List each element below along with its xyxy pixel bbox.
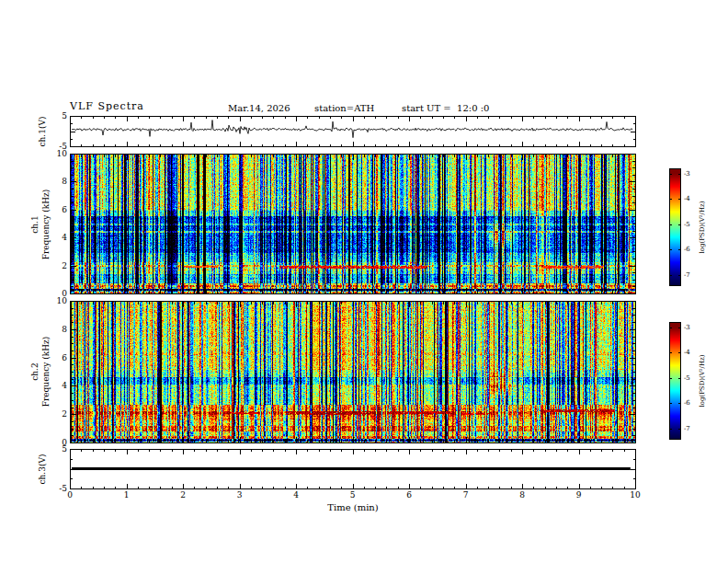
- ch3-voltage-tick-label: -5: [51, 485, 67, 493]
- ch2-frequency-tick-label: 10: [51, 297, 67, 305]
- ch1-voltage-axis-label: ch.1(V): [38, 117, 47, 147]
- ch1-waveform-panel: [70, 116, 636, 147]
- ch2-frequency-tick-label: 2: [51, 410, 67, 419]
- x-tick-label: 6: [400, 491, 418, 500]
- ch2-frequency-tick-label: 4: [51, 382, 67, 390]
- ch1-frequency-tick-label: 4: [51, 234, 67, 242]
- ch1-spectrogram-panel: [70, 154, 636, 294]
- ch3-voltage-tick-label: 5: [51, 445, 67, 454]
- plot-date: Mar.14, 2026: [228, 103, 290, 113]
- colorbar-tick-label: -6: [684, 246, 690, 253]
- ch1-frequency-tick-label: 2: [51, 262, 67, 270]
- colorbar-tick-label: -3: [684, 170, 690, 178]
- ch1-frequency-tick-label: 6: [51, 206, 67, 214]
- ch2-frequency-tick-label: 6: [51, 354, 67, 362]
- colorbar-tick-label: -6: [684, 399, 690, 407]
- station-label: station=ATH: [314, 103, 374, 113]
- colorbar-tick-label: -4: [684, 195, 690, 202]
- x-tick-label: 7: [457, 491, 475, 500]
- x-tick-label: 2: [174, 491, 192, 500]
- ch2-colorbar: [669, 322, 681, 440]
- ch2-spectrogram-panel: [70, 301, 636, 443]
- colorbar-tick-label: -5: [684, 374, 690, 382]
- start-ut-label: start UT = 12:0 :0: [402, 103, 489, 113]
- ch3-voltage-axis-label: ch.3(V): [38, 454, 47, 485]
- ch3-waveform-panel: [70, 449, 636, 489]
- ch1-frequency-axis-label: Frequency (kHz): [41, 190, 51, 260]
- ch2-axis-label: ch.2: [30, 362, 40, 380]
- ch2-colorbar-label: log(PSD)(V²/Hz): [699, 355, 706, 408]
- time-axis-label: Time (min): [327, 502, 378, 512]
- ch2-frequency-tick-label: 8: [51, 326, 67, 334]
- x-tick-label: 10: [626, 491, 644, 500]
- plot-title: VLF Spectra: [70, 100, 144, 112]
- ch1-frequency-tick-label: 10: [51, 150, 67, 158]
- colorbar-tick-label: -3: [684, 324, 690, 331]
- ch1-axis-label: ch.1: [30, 215, 40, 233]
- x-tick-label: 8: [513, 491, 531, 500]
- colorbar-tick-label: -7: [684, 425, 690, 432]
- x-tick-label: 9: [570, 491, 588, 500]
- vlf-spectra-figure: VLF Spectra Mar.14, 2026 station=ATH sta…: [0, 0, 728, 563]
- x-tick-label: 4: [287, 491, 305, 500]
- x-tick-label: 3: [231, 491, 249, 500]
- ch1-colorbar: [669, 168, 681, 286]
- colorbar-tick-label: -5: [684, 221, 690, 228]
- ch1-frequency-tick-label: 8: [51, 178, 67, 186]
- ch1-voltage-tick-label: 5: [51, 112, 67, 121]
- ch1-colorbar-label: log(PSD)(V²/Hz): [699, 201, 706, 254]
- colorbar-tick-label: -7: [684, 271, 690, 279]
- ch2-frequency-axis-label: Frequency (kHz): [41, 337, 51, 408]
- colorbar-tick-label: -4: [684, 349, 690, 356]
- x-tick-label: 1: [118, 491, 136, 500]
- x-tick-label: 5: [344, 491, 362, 500]
